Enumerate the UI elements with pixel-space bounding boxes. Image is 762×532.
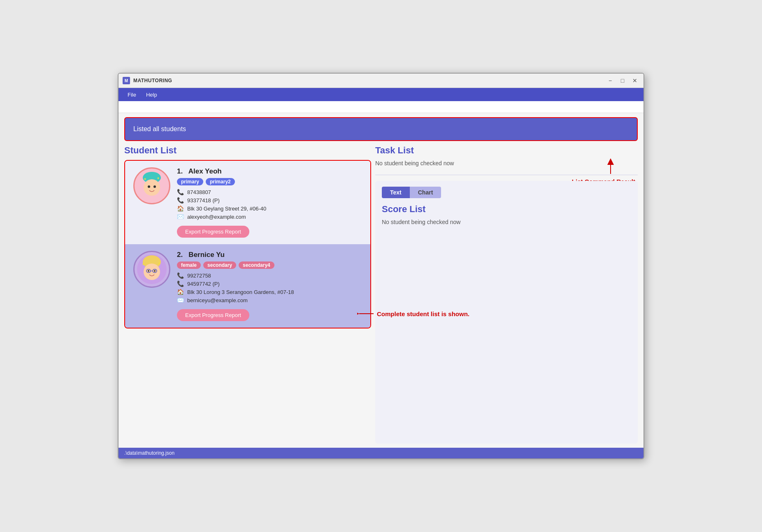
app-icon-letter: M bbox=[125, 79, 128, 83]
email-icon-1: ✉️ bbox=[177, 213, 184, 220]
center-arrow-svg bbox=[357, 310, 374, 318]
search-input[interactable] bbox=[123, 104, 639, 110]
avatar-svg-2: ★ ★ bbox=[135, 253, 168, 286]
parent-phone-2: 94597742 (P) bbox=[187, 281, 220, 287]
phone-1: 87438807 bbox=[187, 189, 211, 195]
email-icon-2: ✉️ bbox=[177, 297, 184, 303]
address-row-1: 🏠 Blk 30 Geylang Street 29, #06-40 bbox=[177, 205, 362, 212]
address-row-2: 🏠 Blk 30 Lorong 3 Serangoon Gardens, #07… bbox=[177, 289, 362, 295]
address-icon-2: 🏠 bbox=[177, 289, 184, 295]
student-tags-2: female secondary secondary4 bbox=[177, 261, 362, 269]
app-icon: M bbox=[123, 77, 130, 84]
app-title: MATHUTORING bbox=[133, 78, 172, 83]
task-section: Task List No student being checked now bbox=[375, 145, 638, 167]
task-list-empty: No student being checked now bbox=[375, 160, 638, 167]
complete-list-label: Complete student list is shown. bbox=[377, 310, 469, 317]
svg-point-14 bbox=[148, 270, 149, 272]
phone-row-2: 📞 99272758 bbox=[177, 272, 362, 279]
student-name-1: 1. Alex Yeoh bbox=[177, 167, 362, 176]
address-1: Blk 30 Geylang Street 29, #06-40 bbox=[187, 206, 266, 212]
phone-icon-2: 📞 bbox=[177, 272, 184, 279]
email-1: alexyeoh@example.com bbox=[187, 214, 246, 220]
svg-text:★: ★ bbox=[157, 176, 160, 180]
export-btn-2[interactable]: Export Progress Report bbox=[177, 309, 249, 321]
student-info-1: 1. Alex Yeoh primary primary2 📞 87438807 bbox=[177, 167, 362, 238]
avatar-svg-1: ★ ★ bbox=[135, 169, 168, 202]
tag-female: female bbox=[177, 261, 201, 269]
status-bar: .\data\mathutoring.json bbox=[118, 448, 644, 458]
main-content: List Command Result Student List bbox=[118, 145, 644, 448]
avatar-2: ★ ★ bbox=[133, 251, 170, 288]
score-list-empty: No student being checked now bbox=[382, 219, 631, 225]
status-bar-text: .\data\mathutoring.json bbox=[124, 450, 174, 456]
tag-primary2: primary2 bbox=[206, 178, 235, 185]
parent-phone-icon-1: 📞 bbox=[177, 197, 184, 204]
student-card-2: ★ ★ 2. Bernice Yu female secondary bbox=[125, 244, 370, 328]
student-card-1: ★ ★ 1. Alex Yeoh primary primary2 bbox=[125, 161, 370, 244]
score-list-title: Score List bbox=[382, 204, 631, 215]
parent-phone-row-1: 📞 93377418 (P) bbox=[177, 197, 362, 204]
title-bar: M MATHUTORING − □ ✕ bbox=[118, 74, 644, 88]
phone-2: 99272758 bbox=[187, 273, 211, 279]
task-list-title: Task List bbox=[375, 145, 638, 156]
maximize-button[interactable]: □ bbox=[618, 76, 627, 85]
svg-point-15 bbox=[154, 270, 156, 272]
parent-phone-1: 93377418 (P) bbox=[187, 197, 220, 204]
svg-point-10 bbox=[144, 264, 160, 280]
address-2: Blk 30 Lorong 3 Serangoon Gardens, #07-1… bbox=[187, 289, 294, 295]
result-banner-text: Listed all students bbox=[133, 125, 186, 132]
app-window: M MATHUTORING − □ ✕ File Help Listed all… bbox=[118, 73, 644, 459]
student-list-container: ★ ★ 1. Alex Yeoh primary primary2 bbox=[124, 160, 371, 328]
student-list-title: Student List bbox=[124, 145, 371, 156]
parent-phone-icon-2: 📞 bbox=[177, 280, 184, 287]
svg-text:★: ★ bbox=[142, 262, 145, 266]
tab-text[interactable]: Text bbox=[382, 187, 410, 198]
tag-secondary4: secondary4 bbox=[239, 261, 274, 269]
avatar-1: ★ ★ bbox=[133, 167, 170, 204]
close-button[interactable]: ✕ bbox=[630, 76, 639, 85]
tag-primary: primary bbox=[177, 178, 203, 185]
student-tags-1: primary primary2 bbox=[177, 178, 362, 185]
address-icon-1: 🏠 bbox=[177, 205, 184, 212]
parent-phone-row-2: 📞 94597742 (P) bbox=[177, 280, 362, 287]
svg-point-4 bbox=[148, 185, 150, 188]
menu-file[interactable]: File bbox=[123, 90, 141, 99]
right-panel: Task List No student being checked now T… bbox=[375, 145, 638, 444]
export-btn-1[interactable]: Export Progress Report bbox=[177, 226, 249, 238]
student-info-2: 2. Bernice Yu female secondary secondary… bbox=[177, 251, 362, 321]
title-bar-left: M MATHUTORING bbox=[123, 77, 172, 84]
email-2: berniceyu@example.com bbox=[187, 297, 248, 303]
divider bbox=[375, 175, 638, 175]
student-name-2: 2. Bernice Yu bbox=[177, 251, 362, 259]
email-row-1: ✉️ alexyeoh@example.com bbox=[177, 213, 362, 220]
result-banner: Listed all students bbox=[124, 117, 638, 141]
student-list-panel: Student List bbox=[124, 145, 371, 444]
svg-point-3 bbox=[144, 179, 160, 196]
phone-icon-1: 📞 bbox=[177, 189, 184, 195]
phone-row-1: 📞 87438807 bbox=[177, 189, 362, 195]
window-controls: − □ ✕ bbox=[606, 76, 639, 85]
email-row-2: ✉️ berniceyu@example.com bbox=[177, 297, 362, 303]
tabs-row: Text Chart bbox=[382, 187, 631, 198]
tag-secondary: secondary bbox=[203, 261, 236, 269]
menu-help[interactable]: Help bbox=[141, 90, 162, 99]
svg-text:★: ★ bbox=[144, 177, 146, 181]
minimize-button[interactable]: − bbox=[606, 76, 615, 85]
svg-text:★: ★ bbox=[158, 261, 160, 265]
center-annotation: Complete student list is shown. bbox=[357, 310, 469, 318]
menu-bar: File Help bbox=[118, 88, 644, 101]
search-bar bbox=[118, 101, 644, 113]
svg-point-5 bbox=[153, 185, 156, 188]
tab-chart[interactable]: Chart bbox=[410, 187, 441, 198]
